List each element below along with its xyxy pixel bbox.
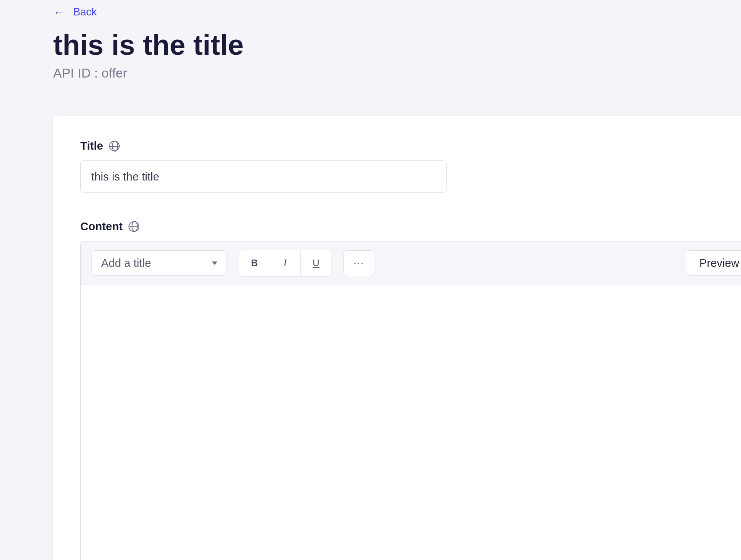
bold-button[interactable]: B (239, 250, 270, 276)
globe-icon (129, 221, 139, 232)
editor-toolbar: Add a title B I U ⋯ (81, 241, 741, 285)
ellipsis-icon: ⋯ (353, 257, 365, 270)
underline-button[interactable]: U (301, 250, 332, 276)
api-id: API ID : offer (53, 66, 244, 81)
chevron-down-icon (212, 261, 217, 265)
back-link[interactable]: ← Back (53, 6, 97, 18)
heading-select[interactable]: Add a title (91, 250, 227, 276)
content-field-label: Content (80, 220, 123, 233)
more-options-button[interactable]: ⋯ (343, 250, 374, 276)
content-card: Title Content Add a title (53, 116, 741, 560)
italic-button[interactable]: I (270, 250, 301, 276)
back-label: Back (73, 6, 97, 18)
heading-select-label: Add a title (101, 257, 151, 270)
title-input[interactable] (80, 160, 447, 193)
preview-mode-button[interactable]: Preview mode (686, 250, 741, 276)
editor-textarea[interactable] (81, 285, 741, 560)
arrow-left-icon: ← (53, 6, 65, 18)
page-title: this is the title (53, 29, 244, 61)
rich-text-editor: Add a title B I U ⋯ (80, 241, 741, 560)
title-field-label: Title (80, 140, 103, 152)
globe-icon (109, 141, 120, 152)
